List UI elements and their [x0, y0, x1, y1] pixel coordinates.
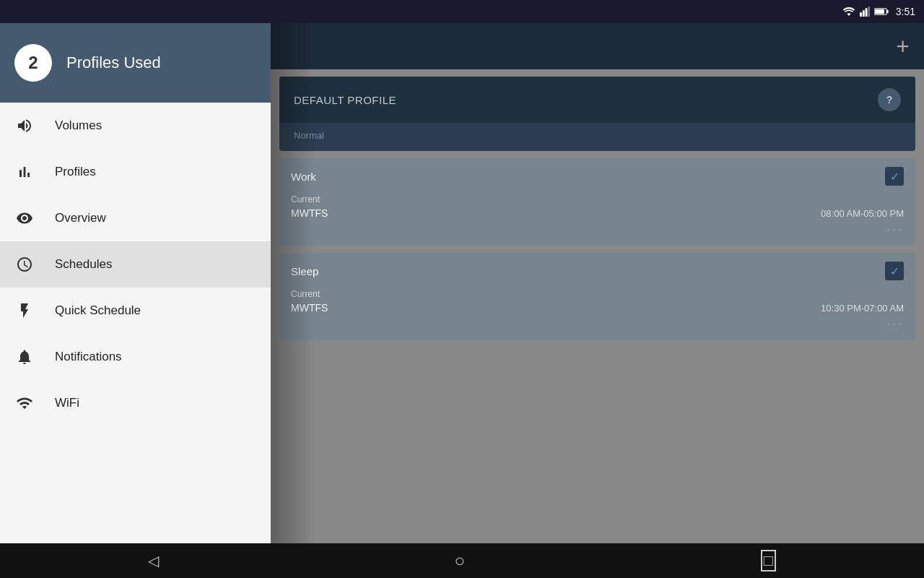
- eye-icon: [14, 208, 35, 228]
- default-profile-title: DEFAULT PROFILE: [294, 94, 396, 106]
- back-button[interactable]: ◁: [148, 552, 159, 569]
- clock-icon: [14, 254, 35, 275]
- main-content: + DEFAULT PROFILE ? Normal Work ✓ Curren…: [271, 23, 924, 543]
- svg-rect-0: [860, 12, 862, 17]
- default-profile-header: DEFAULT PROFILE ?: [279, 77, 915, 123]
- schedule-card-0-body: Current MWTFS 08:00 AM-05:00 PM ···: [279, 194, 915, 246]
- drawer-header: 2 Profiles Used: [0, 23, 271, 103]
- schedule-row-0: MWTFS 08:00 AM-05:00 PM: [291, 207, 904, 219]
- schedule-days-0: MWTFS: [291, 207, 328, 219]
- status-bar: 3:51: [0, 0, 924, 23]
- add-button[interactable]: +: [896, 33, 910, 60]
- schedule-time-0: 08:00 AM-05:00 PM: [821, 208, 904, 219]
- bolt-icon: [14, 301, 35, 321]
- svg-rect-1: [863, 10, 865, 17]
- schedule-more-0[interactable]: ···: [291, 219, 904, 237]
- svg-rect-6: [875, 9, 884, 14]
- time-display: 3:51: [896, 6, 915, 17]
- profiles-used-badge: 2: [14, 44, 52, 82]
- main-topbar: +: [271, 23, 924, 69]
- home-button[interactable]: ○: [455, 551, 466, 571]
- sidebar-item-quick-schedule[interactable]: Quick Schedule: [0, 288, 271, 334]
- sidebar-item-overview[interactable]: Overview: [0, 195, 271, 241]
- schedule-more-1[interactable]: ···: [291, 314, 904, 332]
- sidebar-item-schedules[interactable]: Schedules: [0, 241, 271, 288]
- svg-rect-5: [886, 10, 888, 13]
- schedule-checkbox-0[interactable]: ✓: [885, 167, 904, 186]
- schedules-label: Schedules: [55, 257, 112, 272]
- schedule-days-1: MWTFS: [291, 302, 328, 314]
- wifi-label: WiFi: [55, 396, 79, 410]
- schedule-checkbox-1[interactable]: ✓: [885, 262, 904, 280]
- default-profile-subtitle: Normal: [279, 123, 915, 151]
- volumes-label: Volumes: [55, 118, 102, 133]
- schedule-label-0: Current: [291, 194, 904, 204]
- svg-rect-3: [868, 7, 870, 17]
- svg-rect-2: [865, 8, 867, 17]
- status-icons: 3:51: [842, 6, 915, 17]
- help-button[interactable]: ?: [878, 88, 901, 111]
- sidebar-item-notifications[interactable]: Notifications: [0, 334, 271, 380]
- sidebar-drawer: 2 Profiles Used Volumes Profiles: [0, 23, 271, 543]
- schedule-time-1: 10:30 PM-07:00 AM: [821, 303, 904, 314]
- bar-chart-icon: [14, 162, 35, 182]
- wifi-menu-icon: [14, 393, 35, 413]
- sidebar-item-wifi[interactable]: WiFi: [0, 380, 271, 426]
- schedule-label-1: Current: [291, 289, 904, 299]
- schedule-name-0: Work: [291, 171, 316, 183]
- schedule-card-0-header: Work ✓: [279, 158, 915, 194]
- sidebar-item-profiles[interactable]: Profiles: [0, 149, 271, 195]
- drawer-items-list: Volumes Profiles Overview: [0, 103, 271, 543]
- schedule-card-1-header: Sleep ✓: [279, 253, 915, 289]
- schedule-card-1-body: Current MWTFS 10:30 PM-07:00 AM ···: [279, 289, 915, 340]
- nav-bar: ◁ ○ □: [0, 543, 924, 578]
- signal-icon: [860, 7, 870, 17]
- schedule-card-0: Work ✓ Current MWTFS 08:00 AM-05:00 PM ·…: [279, 158, 915, 246]
- profiles-label: Profiles: [55, 165, 96, 179]
- wifi-status-icon: [842, 7, 855, 17]
- quick-schedule-label: Quick Schedule: [55, 303, 141, 318]
- notifications-label: Notifications: [55, 350, 122, 364]
- recent-button[interactable]: □: [761, 550, 776, 571]
- default-profile-card: DEFAULT PROFILE ? Normal: [279, 77, 915, 151]
- bell-icon: [14, 347, 35, 367]
- drawer-title: Profiles Used: [66, 53, 161, 72]
- schedule-card-1: Sleep ✓ Current MWTFS 10:30 PM-07:00 AM …: [279, 253, 915, 340]
- schedule-name-1: Sleep: [291, 265, 318, 277]
- overview-label: Overview: [55, 211, 106, 225]
- sidebar-item-volumes[interactable]: Volumes: [0, 103, 271, 149]
- battery-icon: [874, 7, 889, 16]
- schedule-row-1: MWTFS 10:30 PM-07:00 AM: [291, 302, 904, 314]
- volume-icon: [14, 116, 35, 136]
